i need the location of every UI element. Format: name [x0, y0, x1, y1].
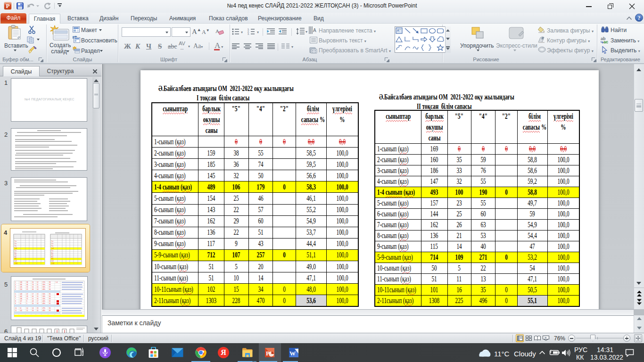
svg-text:20: 20: [32, 303, 34, 304]
svg-text:22: 22: [26, 298, 28, 300]
svg-text:47%: 47%: [42, 307, 45, 309]
svg-text:A: A: [397, 29, 399, 32]
svg-text:136: 136: [20, 298, 22, 300]
svg-text:55%: 55%: [42, 293, 45, 295]
svg-text:14: 14: [32, 307, 34, 309]
svg-text:102: 102: [20, 310, 22, 312]
svg-text:2-с: 2-с: [51, 243, 54, 245]
svg-text:22: 22: [26, 293, 28, 295]
svg-text:10: 10: [26, 307, 28, 309]
svg-text:16: 16: [37, 298, 39, 300]
svg-text:55: 55: [32, 281, 34, 283]
svg-text:P: P: [266, 350, 270, 357]
svg-text:60: 60: [32, 296, 34, 297]
svg-text:99: 99: [49, 281, 51, 283]
svg-text:2-11: 2-11: [15, 263, 17, 264]
svg-text:91: 91: [49, 303, 51, 304]
svg-text:2-11: 2-11: [51, 263, 54, 264]
svg-text:117: 117: [20, 300, 22, 302]
svg-text:5-9: 5-9: [15, 260, 17, 262]
svg-text:9-с: 9-с: [51, 258, 54, 260]
svg-text:46%: 46%: [42, 288, 45, 290]
svg-text:51: 51: [32, 298, 34, 300]
svg-text:89: 89: [49, 310, 51, 312]
svg-text:51: 51: [20, 303, 22, 304]
svg-text:143: 143: [20, 293, 22, 295]
svg-text:1.4: 1.4: [56, 281, 58, 283]
svg-text:93: 93: [49, 298, 51, 300]
svg-text:18: 18: [37, 303, 39, 304]
svg-text:59%: 59%: [42, 284, 45, 286]
svg-text:11: 11: [15, 310, 17, 312]
svg-text:44%: 44%: [42, 300, 45, 302]
svg-text:57: 57: [32, 293, 34, 295]
svg-text:1-с: 1-с: [15, 240, 17, 242]
svg-text:29: 29: [26, 296, 28, 297]
svg-text:43: 43: [32, 300, 34, 302]
svg-text:5-с: 5-с: [15, 250, 17, 252]
svg-text:9-с: 9-с: [15, 258, 17, 260]
svg-text:95: 95: [49, 293, 51, 295]
svg-text:3.: 3.: [248, 33, 249, 35]
svg-text:56%: 56%: [42, 286, 45, 288]
svg-text:145: 145: [20, 286, 22, 288]
svg-text:48%: 48%: [42, 310, 45, 312]
svg-text:51: 51: [20, 307, 22, 309]
svg-text:36: 36: [26, 284, 28, 286]
svg-text:53%: 53%: [42, 298, 45, 300]
svg-text:14: 14: [37, 288, 39, 290]
svg-text:1-4: 1-4: [15, 247, 17, 249]
svg-text:W: W: [289, 350, 296, 357]
svg-text:1-4: 1-4: [51, 247, 54, 249]
svg-text:15: 15: [37, 296, 39, 297]
svg-text:10: 10: [15, 307, 17, 309]
svg-text:5-с: 5-с: [51, 250, 54, 252]
svg-text:57%: 57%: [42, 281, 45, 283]
svg-text:162: 162: [20, 296, 22, 297]
svg-text:20: 20: [37, 310, 39, 312]
svg-text:90: 90: [49, 307, 51, 309]
svg-text:13: 13: [37, 293, 39, 295]
svg-text:5-9: 5-9: [51, 260, 54, 262]
svg-text:12: 12: [37, 281, 39, 283]
svg-text:54%: 54%: [42, 296, 45, 297]
svg-text:3-с: 3-с: [51, 245, 54, 247]
svg-text:92: 92: [49, 300, 51, 302]
svg-text:46: 46: [32, 288, 34, 290]
svg-text:15: 15: [26, 310, 28, 312]
svg-text:38: 38: [26, 281, 28, 283]
svg-text:159: 159: [20, 281, 22, 283]
svg-text:10: 10: [37, 286, 39, 288]
svg-text:25: 25: [26, 288, 28, 290]
svg-text:1-с: 1-с: [51, 240, 54, 242]
svg-text:96: 96: [49, 288, 51, 290]
svg-text:2-с: 2-с: [15, 243, 17, 245]
svg-text:185: 185: [20, 284, 22, 286]
svg-text:154: 154: [20, 288, 22, 290]
svg-text:3-с: 3-с: [15, 245, 17, 247]
svg-text:50: 50: [32, 286, 34, 288]
svg-text:17: 17: [37, 300, 39, 302]
svg-text:11: 11: [37, 284, 38, 286]
svg-text:ac: ac: [603, 40, 608, 44]
svg-text:19: 19: [37, 307, 39, 309]
svg-text:34: 34: [32, 310, 34, 312]
svg-text:98: 98: [49, 284, 51, 286]
svg-text:74: 74: [32, 284, 34, 286]
svg-text:97: 97: [49, 286, 51, 288]
svg-text:94: 94: [49, 296, 51, 297]
svg-text:А: А: [313, 28, 316, 33]
svg-text:49%: 49%: [42, 303, 45, 304]
svg-text:32: 32: [26, 286, 28, 288]
